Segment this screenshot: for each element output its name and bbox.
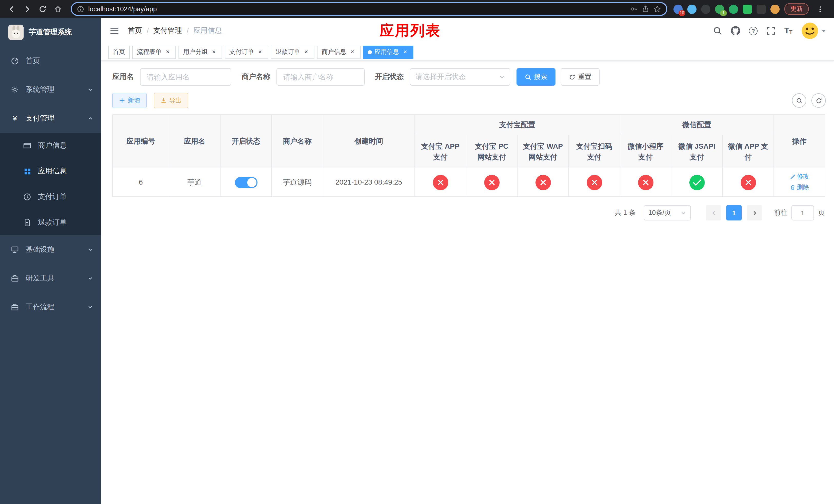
ext-chat-icon[interactable]	[729, 4, 738, 14]
export-button[interactable]: 导出	[154, 93, 188, 108]
ext-pin-icon[interactable]	[756, 4, 766, 14]
ext-drop-icon[interactable]	[687, 4, 697, 14]
app-name-input[interactable]	[140, 68, 231, 86]
cell-wx-lite	[620, 168, 671, 197]
close-icon[interactable]: ×	[210, 48, 218, 55]
sidebar-item-payment[interactable]: ¥ 支付管理	[0, 104, 101, 133]
app-name-label: 应用名	[112, 72, 134, 82]
browser-forward-button[interactable]	[21, 2, 34, 16]
tab-app-info[interactable]: 应用信息 ×	[363, 45, 413, 59]
help-button[interactable]: ?	[749, 26, 758, 35]
prev-page-button[interactable]	[706, 205, 721, 221]
edit-link-label: 修改	[797, 172, 809, 181]
table-row: 6 芋道 芋道源码 2021-10-23 08:49:25	[113, 168, 825, 197]
sidebar-item-infrastructure[interactable]: 基础设施	[0, 235, 101, 264]
cross-status-icon	[638, 175, 653, 190]
ext-monkey-icon[interactable]	[770, 4, 780, 14]
chevron-down-icon	[681, 210, 686, 215]
font-size-button[interactable]: TT	[784, 27, 792, 35]
app-frame: 芋道管理系统 首页 系统管理	[0, 18, 834, 504]
page-size-select[interactable]: 10条/页	[644, 205, 691, 221]
browser-reload-button[interactable]	[36, 2, 49, 16]
edit-link[interactable]: 修改	[790, 172, 809, 181]
sidebar-item-merchant-info[interactable]: 商户信息	[0, 133, 101, 158]
cell-merchant-name: 芋道源码	[271, 168, 323, 197]
status-toggle[interactable]	[235, 177, 257, 188]
delete-link[interactable]: 删除	[790, 183, 809, 192]
sidebar-item-app-info[interactable]: 应用信息	[0, 158, 101, 184]
next-page-button[interactable]	[747, 205, 762, 221]
password-key-icon[interactable]	[630, 5, 638, 13]
status-select[interactable]: 请选择开启状态	[410, 68, 510, 86]
pagination-goto: 前往 页	[774, 205, 825, 221]
breadcrumb-home[interactable]: 首页	[128, 26, 142, 36]
chevron-down-icon	[88, 276, 93, 281]
avatar	[801, 22, 819, 40]
refresh-table-button[interactable]	[811, 93, 826, 108]
grid-icon	[23, 167, 32, 175]
sidebar-item-home[interactable]: 首页	[0, 47, 101, 75]
close-icon[interactable]: ×	[402, 48, 409, 55]
fullscreen-button[interactable]	[766, 26, 775, 36]
status-select-placeholder: 请选择开启状态	[415, 72, 466, 82]
sidebar-item-label: 首页	[26, 56, 40, 66]
tab-label: 流程表单	[137, 48, 161, 56]
close-icon[interactable]: ×	[349, 48, 356, 55]
arrow-right-icon	[23, 5, 31, 13]
site-info-icon[interactable]	[77, 5, 84, 13]
merchant-name-input[interactable]	[277, 68, 365, 86]
ext-profile-icon[interactable]: 1	[715, 4, 724, 14]
address-bar[interactable]: localhost:1024/pay/app	[71, 2, 667, 16]
col-group-wechat: 微信配置	[620, 115, 774, 135]
browser-home-button[interactable]	[51, 2, 65, 16]
tags-view-bar: 首页 流程表单 × 用户分组 × 支付订单 × 退款订单 ×	[101, 44, 834, 61]
browser-back-button[interactable]	[5, 2, 19, 16]
close-icon[interactable]: ×	[257, 48, 264, 55]
add-button[interactable]: 新增	[112, 93, 147, 108]
share-icon[interactable]	[642, 5, 649, 13]
tab-home[interactable]: 首页	[108, 45, 130, 59]
goto-page-input[interactable]	[791, 205, 814, 221]
ext-puzzle-icon[interactable]: 10	[674, 4, 683, 14]
sidebar-item-dev-tools[interactable]: 研发工具	[0, 264, 101, 293]
breadcrumb-payment[interactable]: 支付管理	[153, 26, 182, 36]
ext-dark-icon[interactable]	[701, 4, 710, 14]
app-title: 芋道管理系统	[29, 28, 72, 37]
tab-merchant-info[interactable]: 商户信息 ×	[317, 45, 360, 59]
sidebar-menu: 首页 系统管理 ¥ 支付管理	[0, 47, 101, 321]
chrome-update-button[interactable]: 更新	[784, 3, 809, 15]
sidebar-toggle-button[interactable]	[109, 26, 119, 36]
tab-process-form[interactable]: 流程表单 ×	[132, 45, 176, 59]
ext-note-icon[interactable]	[743, 4, 752, 14]
tab-payment-orders[interactable]: 支付订单 ×	[225, 45, 268, 59]
sidebar-item-payment-orders[interactable]: 支付订单	[0, 184, 101, 210]
plus-icon	[119, 97, 125, 104]
cell-alipay-qr	[569, 168, 620, 197]
sidebar-item-system[interactable]: 系统管理	[0, 75, 101, 104]
ext-badge-count: 10	[679, 10, 685, 16]
bookmark-star-icon[interactable]	[654, 5, 661, 13]
search-button[interactable]: 搜索	[517, 68, 555, 86]
credit-card-icon	[23, 141, 32, 150]
browser-menu-button[interactable]	[813, 2, 827, 16]
reset-button[interactable]: 重置	[561, 68, 599, 86]
page-1-button[interactable]: 1	[726, 205, 742, 221]
chevron-right-icon	[752, 210, 757, 215]
user-menu[interactable]	[801, 22, 826, 40]
url-text: localhost:1024/pay/app	[88, 5, 626, 13]
github-link-button[interactable]	[731, 26, 740, 36]
tab-refund-orders[interactable]: 退款订单 ×	[271, 45, 314, 59]
header-search-button[interactable]	[713, 26, 722, 36]
toggle-search-button[interactable]	[792, 93, 806, 108]
search-icon	[796, 97, 803, 104]
close-icon[interactable]: ×	[164, 48, 171, 55]
sidebar-item-workflow[interactable]: 工作流程	[0, 293, 101, 321]
app-logo[interactable]: 芋道管理系统	[0, 18, 101, 47]
close-icon[interactable]: ×	[303, 48, 310, 55]
page-content: 应用名 商户名称 开启状态 请选择开启状态 搜索 重置	[101, 61, 834, 504]
tab-user-group[interactable]: 用户分组 ×	[178, 45, 222, 59]
arrow-left-icon	[8, 5, 16, 13]
sidebar-item-refund-orders[interactable]: 退款订单	[0, 210, 101, 235]
col-group-alipay: 支付宝配置	[415, 115, 620, 135]
tab-label: 商户信息	[322, 48, 346, 56]
